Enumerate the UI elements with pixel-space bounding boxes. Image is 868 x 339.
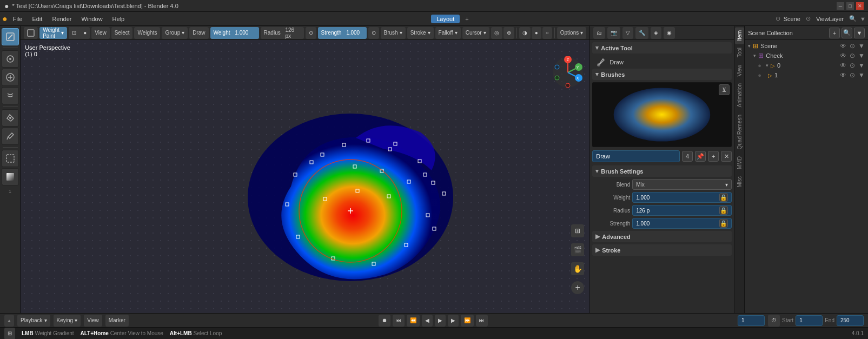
- active-tool-section-header[interactable]: ▾ Active Tool: [592, 42, 732, 54]
- layout-tab[interactable]: Layout: [431, 15, 460, 23]
- filter-collection-btn[interactable]: 🔍: [842, 28, 852, 38]
- close-button[interactable]: ✕: [856, 2, 864, 10]
- play-btn[interactable]: ▶: [435, 315, 446, 327]
- brush-settings-section-header[interactable]: ▾ Brush Settings: [592, 165, 732, 177]
- panel-tab-misc[interactable]: Misc: [735, 173, 744, 191]
- check-collection-item[interactable]: ▾ ⊞ Check 👁 ⊙ ▼: [745, 51, 868, 61]
- brushes-section-header[interactable]: ▾ Brushes: [592, 69, 732, 80]
- stroke-dropdown[interactable]: Stroke ▾: [407, 27, 434, 39]
- prev-frame-btn[interactable]: ◀: [422, 315, 433, 327]
- marker-btn[interactable]: Marker: [105, 315, 129, 327]
- menu-render[interactable]: Render: [48, 15, 76, 23]
- panel-tab-tool[interactable]: Tool: [735, 44, 744, 61]
- object-properties-icon[interactable]: ▽: [622, 27, 633, 39]
- viewport-overlay-btn[interactable]: ◎: [491, 27, 502, 39]
- timeline-editor-type-btn[interactable]: ⟁: [4, 315, 14, 327]
- keying-btn[interactable]: Keying ▾: [54, 315, 81, 327]
- next-keyframe-btn[interactable]: ⏩: [461, 315, 474, 327]
- strength-lock-btn[interactable]: 🔒: [719, 219, 728, 228]
- menu-window[interactable]: Window: [77, 15, 107, 23]
- panel-tab-quad-remesh[interactable]: Quad Remesh: [735, 111, 744, 152]
- advanced-section-header[interactable]: ▶ Advanced: [592, 231, 732, 242]
- pin-brush-btn[interactable]: 📌: [695, 151, 706, 162]
- navigation-gizmo[interactable]: Y X Z: [552, 56, 584, 89]
- new-collection-btn[interactable]: +: [829, 28, 840, 38]
- playback-btn[interactable]: Playback ▾: [17, 315, 50, 327]
- viewport-canvas[interactable]: User Perspective (1) 0: [21, 40, 589, 313]
- scene-collection-icon[interactable]: 🗂: [593, 27, 605, 39]
- minimize-button[interactable]: ─: [837, 2, 844, 10]
- viewport-shading-2[interactable]: ●: [532, 27, 541, 39]
- draw-label[interactable]: Draw: [189, 27, 208, 39]
- brush-name-field[interactable]: Draw: [592, 150, 680, 162]
- item-0[interactable]: ● ▾ ▷ 0 👁 ⊙ ▼: [745, 61, 868, 70]
- data-properties-icon[interactable]: ◈: [651, 27, 661, 39]
- maximize-button[interactable]: □: [846, 2, 854, 10]
- options-dropdown[interactable]: Options ▾: [557, 27, 586, 39]
- viewport-gizmo-btn[interactable]: ⊕: [503, 27, 514, 39]
- wireframe-btn[interactable]: ⊡: [69, 27, 79, 39]
- radius-lock-btn[interactable]: 🔒: [719, 206, 728, 215]
- sort-collection-btn[interactable]: ▼: [854, 28, 865, 38]
- current-frame-field[interactable]: 1: [738, 315, 765, 326]
- record-btn[interactable]: ⏺: [379, 315, 390, 327]
- viewport-shading-3[interactable]: ○: [542, 27, 552, 39]
- collapse-brush-preview-btn[interactable]: ⊻: [719, 84, 730, 95]
- end-frame-field[interactable]: 250: [837, 315, 864, 326]
- grid-button[interactable]: ⊞: [571, 224, 584, 237]
- solid-btn[interactable]: ●: [80, 27, 90, 39]
- brush-dropdown[interactable]: Brush ▾: [381, 27, 406, 39]
- pressure-sensitivity-btn[interactable]: ⊙: [306, 27, 316, 39]
- delete-brush-btn[interactable]: ✕: [721, 151, 732, 162]
- menu-file[interactable]: File: [9, 15, 27, 23]
- fill-tool-button[interactable]: [2, 109, 19, 127]
- weight-lock-btn[interactable]: 🔒: [719, 193, 728, 202]
- prev-keyframe-btn[interactable]: ⏪: [407, 315, 420, 327]
- panel-tab-mmd[interactable]: MMD: [735, 153, 744, 172]
- camera-button[interactable]: 🎬: [571, 243, 584, 256]
- radius-value-field[interactable]: 126 p 🔒: [632, 205, 732, 216]
- timeline-view-btn[interactable]: View: [84, 315, 102, 327]
- statusbar-icon-btn[interactable]: ⊞: [4, 328, 15, 340]
- falloff-dropdown[interactable]: Falloff ▾: [435, 27, 461, 39]
- start-frame-field[interactable]: 1: [796, 315, 823, 326]
- next-frame-btn[interactable]: ▶: [448, 315, 459, 327]
- scene-collection-item[interactable]: ▾ ⊞ Scene 👁 ⊙ ▼: [745, 41, 868, 51]
- brush-count-btn[interactable]: 4: [682, 151, 693, 162]
- render-properties-icon[interactable]: 📷: [607, 27, 620, 39]
- viewport-shading-1[interactable]: ◑: [519, 27, 531, 39]
- radius-field[interactable]: Radius 126 px: [261, 27, 304, 39]
- strength-field[interactable]: Strength 1.000: [318, 27, 367, 39]
- eyedropper-button[interactable]: [2, 128, 19, 145]
- cursor-dropdown[interactable]: Cursor ▾: [462, 27, 489, 39]
- menu-edit[interactable]: Edit: [28, 15, 47, 23]
- jump-end-btn[interactable]: ⏭: [476, 315, 488, 327]
- viewport-icon-btn[interactable]: [24, 27, 38, 39]
- blur-tool-button[interactable]: [2, 50, 19, 68]
- stroke-section-header[interactable]: ▶ Stroke: [592, 244, 732, 256]
- average-tool-button[interactable]: [2, 69, 19, 86]
- strength-pressure-btn[interactable]: ⊙: [368, 27, 379, 39]
- smear-tool-button[interactable]: [2, 87, 19, 104]
- draw-tool-button[interactable]: [2, 28, 19, 45]
- weight-field[interactable]: Weight 1.000: [210, 27, 259, 39]
- new-brush-btn[interactable]: +: [708, 151, 719, 162]
- modifier-properties-icon[interactable]: 🔧: [635, 27, 648, 39]
- weight-paint-mode-btn[interactable]: Weight Paint ▾: [39, 27, 67, 39]
- gradient-tool-button[interactable]: [2, 168, 19, 185]
- material-properties-icon[interactable]: ◉: [664, 27, 675, 39]
- panel-tab-animation[interactable]: Animation: [735, 80, 744, 110]
- menu-help[interactable]: Help: [108, 15, 129, 23]
- weights-menu-btn[interactable]: Weights: [134, 27, 160, 39]
- item-1[interactable]: ● ▷ 1 👁 ⊙ ▼: [745, 70, 868, 80]
- strength-value-field[interactable]: 1.000 🔒: [632, 218, 732, 229]
- select-tool-button[interactable]: [2, 150, 19, 167]
- select-menu-btn[interactable]: Select: [111, 27, 133, 39]
- add-workspace-button[interactable]: +: [461, 15, 473, 23]
- panel-tab-item[interactable]: Item: [735, 27, 744, 44]
- pan-tool-button[interactable]: ✋: [571, 262, 584, 275]
- panel-tab-view[interactable]: View: [735, 62, 744, 80]
- weight-value-field[interactable]: 1.000 🔒: [632, 192, 732, 203]
- jump-start-btn[interactable]: ⏮: [393, 315, 405, 327]
- blend-select[interactable]: Mix ▾: [632, 179, 732, 190]
